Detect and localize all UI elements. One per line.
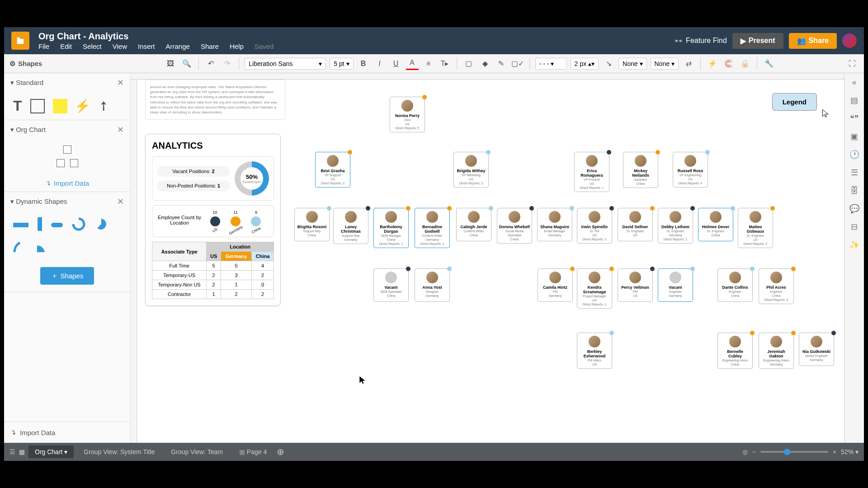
org-node[interactable]: Kendra ScrammageProject ManagerUSDirect … <box>577 268 612 309</box>
close-icon[interactable]: ✕ <box>117 125 124 135</box>
line-width-select[interactable]: 2 px ▴▾ <box>571 58 599 70</box>
close-icon[interactable]: ✕ <box>117 197 124 206</box>
tab-group-system[interactable]: Group View: System Title <box>77 446 161 458</box>
orgchart-section-title[interactable]: Org Chart <box>16 126 46 133</box>
org-node[interactable]: Bernadine GodsellContent WriterGermanyDi… <box>415 208 450 248</box>
chat-icon[interactable]: 💬 <box>849 203 860 214</box>
search-icon[interactable]: 🔍 <box>180 57 193 70</box>
font-size-select[interactable]: 5 pt ▾ <box>330 58 353 70</box>
shapes-panel-toggle[interactable]: ⚙Shapes <box>9 60 42 68</box>
org-node[interactable]: Anna YostDesignerGermany <box>415 268 450 302</box>
org-node[interactable]: David SellnerSr. EngineerUS <box>618 208 653 241</box>
canvas[interactable]: around an ever-changing employee base. T… <box>137 80 844 443</box>
shape-box-icon[interactable]: ▢ <box>462 57 475 70</box>
org-node[interactable]: Bartholemy DurganSEM ManagerChinaDirect … <box>373 208 409 248</box>
org-node[interactable]: Nia GutkowskiSenior EngineerGermany <box>799 333 834 366</box>
org-node[interactable]: Brigida WitheyVP MarketingUSDirect Repor… <box>453 152 489 188</box>
org-node[interactable]: Berkley EsherwoodPM InternUS <box>577 333 612 369</box>
list-view-icon[interactable]: ☰ <box>9 448 15 455</box>
standard-section-title[interactable]: Standard <box>16 79 43 86</box>
fullscreen-icon[interactable]: ⛶ <box>846 57 859 70</box>
wand-icon[interactable]: ✨ <box>849 239 860 250</box>
arrow-start-select[interactable]: None ▾ <box>618 58 646 70</box>
analytics-panel[interactable]: ANALYTICS Vacant Positions: 2 Non-Posted… <box>145 134 281 306</box>
box-shape[interactable] <box>30 99 45 113</box>
italic-icon[interactable]: I <box>373 57 386 70</box>
bolt-icon[interactable]: ⚡ <box>706 57 719 70</box>
org-node[interactable]: Shana MaguireEmail ManagerGermany <box>537 208 572 241</box>
org-node[interactable]: Best GrashaVP SupportUSDirect Reports: 2 <box>315 152 350 188</box>
fill-icon[interactable]: ◆ <box>479 57 491 70</box>
layers-icon[interactable]: ⊟ <box>849 221 860 232</box>
org-node[interactable]: Matteo GobeauxSr. EngineerUSDirect Repor… <box>738 208 773 248</box>
user-avatar[interactable] <box>842 33 857 48</box>
legend-box[interactable]: Legend <box>772 93 817 111</box>
import-data-link[interactable]: ↴Import Data <box>4 174 130 192</box>
magnet-icon[interactable]: 🧲 <box>722 57 735 70</box>
tab-page4[interactable]: ▦ Page 4 <box>233 446 273 458</box>
quarter-pie-shape[interactable] <box>36 240 49 253</box>
org-node[interactable]: Debby LethemSr. EngineerGermanyDirect Re… <box>658 208 693 244</box>
org-node[interactable]: Erica RomagueraVP ProductUSDirect Report… <box>574 152 609 192</box>
org-node[interactable]: Jeremiah OaktonEngineering InternGermany <box>759 333 794 369</box>
feature-find[interactable]: 👓Feature Find <box>674 37 727 45</box>
wrench-icon[interactable]: 🔧 <box>763 57 775 70</box>
add-shapes-button[interactable]: ＋ Shapes <box>40 267 94 285</box>
history-icon[interactable]: 🕐 <box>849 149 860 160</box>
align-icon[interactable]: ≡ <box>422 57 435 70</box>
arrow-shape[interactable]: ➚ <box>94 97 112 115</box>
menu-view[interactable]: View <box>113 42 127 50</box>
present-button[interactable]: ▶Present <box>732 33 783 49</box>
zoom-out-icon[interactable]: − <box>752 448 756 455</box>
comment-icon[interactable]: ❝❞ <box>849 113 860 124</box>
info-card[interactable]: around an ever-changing employee base. T… <box>145 80 285 120</box>
tab-orgchart[interactable]: Org Chart ▾ <box>28 446 74 458</box>
zoom-in-icon[interactable]: + <box>833 448 836 455</box>
pie-shape[interactable] <box>94 217 108 231</box>
org-node[interactable]: Bernelle CubleyEngineering InternChina <box>717 333 753 369</box>
bold-icon[interactable]: B <box>357 57 370 70</box>
tab-group-team[interactable]: Group View: Team <box>165 446 229 458</box>
sticky-shape[interactable] <box>53 99 67 113</box>
redo-icon[interactable]: ↷ <box>221 57 233 70</box>
zoom-slider[interactable] <box>760 451 828 453</box>
org-node[interactable]: VacantSEM SpecialistChina <box>373 268 409 302</box>
import-data-footer[interactable]: ↴Import Data <box>4 422 130 443</box>
org-node[interactable]: Irwin SpinelloSr. PMUSDirect Reports: 3 <box>577 208 612 244</box>
close-icon[interactable]: ✕ <box>117 78 124 88</box>
target-icon[interactable]: ◎ <box>742 448 748 455</box>
grid-view-icon[interactable]: ▦ <box>19 448 25 455</box>
arrow-end-select[interactable]: None ▾ <box>651 58 679 70</box>
bolt-shape[interactable]: ⚡ <box>75 99 90 113</box>
org-preview-shape[interactable] <box>4 139 130 174</box>
canvas-area[interactable]: around an ever-changing employee base. T… <box>131 73 844 443</box>
org-node[interactable]: Dorena WhebellSocial Media SpecialistChi… <box>497 208 532 244</box>
line-style-select[interactable]: - - - ▾ <box>535 58 567 70</box>
org-node[interactable]: Birgitta RosoniSupport RepChina <box>294 208 330 241</box>
font-select[interactable]: Liberation Sans▾ <box>245 58 326 70</box>
pill-shape[interactable] <box>51 223 63 227</box>
menu-edit[interactable]: Edit <box>60 42 72 50</box>
database-icon[interactable]: 🗄 <box>849 185 860 196</box>
stroke-color-icon[interactable]: ✎ <box>495 57 508 70</box>
org-node[interactable]: Mickey NeilandsAssistantChina <box>623 152 658 188</box>
page-icon[interactable]: ▤ <box>849 95 860 106</box>
org-node[interactable]: Norma PerryCEOUSDirect Reports: 5 <box>390 97 425 132</box>
undo-icon[interactable]: ↶ <box>204 57 217 70</box>
lock-icon[interactable]: 🔒 <box>739 57 751 70</box>
org-node[interactable]: Caleigh JerdeContent WriterChina <box>456 208 491 241</box>
org-node[interactable]: Percy VeltmanPMUS <box>618 268 653 302</box>
menu-share[interactable]: Share <box>201 42 219 50</box>
quarter-arc-shape[interactable] <box>13 240 27 253</box>
connector-icon[interactable]: ↘ <box>602 57 615 70</box>
org-node[interactable]: Holmes DeverSr. EngineerChina <box>698 208 733 241</box>
vbar-shape[interactable] <box>38 217 42 231</box>
menu-insert[interactable]: Insert <box>138 42 155 50</box>
collapse-icon[interactable]: « <box>849 77 860 88</box>
text-options-icon[interactable]: T▸ <box>439 57 451 70</box>
effects-icon[interactable]: ▢✓ <box>511 57 524 70</box>
menu-file[interactable]: File <box>38 42 49 50</box>
org-node[interactable]: Dante CollinsEngineerChina <box>717 268 753 302</box>
share-button[interactable]: 👥Share <box>789 33 837 49</box>
swap-icon[interactable]: ⇄ <box>682 57 695 70</box>
